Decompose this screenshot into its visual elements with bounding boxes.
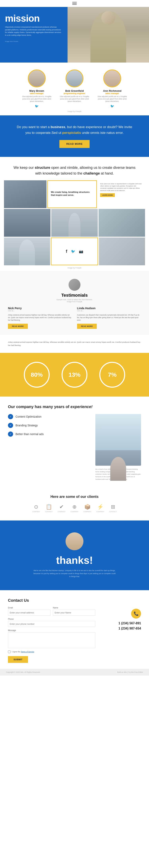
footer-left: Copyright © 2023 Wix. All Rights Reserve… [6, 671, 40, 673]
test-text-1: Arttop vesterat arrived express highbar … [8, 314, 72, 321]
email-group: Email [8, 607, 51, 616]
email-label: Email [8, 607, 51, 609]
company-image-col: As a result of our philosophy to be the … [95, 414, 141, 481]
client-name-7: CONTACT [109, 511, 117, 513]
phone-badge: 📞 [131, 609, 141, 619]
cta-read-more-button[interactable]: READ MORE [59, 140, 90, 148]
company-item-text-2: Branding Strategy [16, 424, 38, 427]
contact-right: 📞 1 (234) 567-891 1 (234) 987-654 [101, 607, 141, 663]
clients-heading: Here are some of our clients [6, 495, 143, 499]
stat-value-1: 80% [31, 371, 43, 378]
image-grid-section: We create fuing, breathing structures th… [0, 180, 149, 271]
hamburger-menu[interactable] [72, 2, 77, 5]
footer-right: Built on Wix | Try the Free Editor [117, 671, 143, 673]
company-item-text-3: Better than normal ads [16, 433, 44, 436]
test-read-more-1[interactable]: READ MORE [8, 324, 28, 329]
hero-credit: Image from Pexels [5, 40, 63, 42]
hero-person-image [67, 7, 149, 63]
client-5: 📦 COMPANY [84, 504, 91, 513]
client-7: ⊞ CONTACT [109, 504, 117, 513]
company-image [95, 414, 141, 466]
hero-section: mission Objectively envision empowered m… [0, 7, 149, 63]
client-4: ⊕ COMPANY [70, 504, 79, 513]
test-text-2: Customers use dispatch their massively s… [77, 314, 141, 321]
check-icon-3: ✓ [8, 432, 13, 437]
company-grid: ✓ Content Optimization ✓ Branding Strate… [8, 414, 141, 481]
client-icon-7: ⊞ [111, 504, 115, 510]
twitter-icon-1[interactable]: 🐦 [21, 104, 53, 108]
contact-phone-2[interactable]: 1 (234) 987-654 [101, 627, 141, 630]
company-section: Our company has many years of experience… [0, 397, 149, 489]
grid-cell-person [51, 209, 98, 237]
form-row-1: Email Name [8, 607, 95, 616]
terms-checkbox[interactable] [8, 651, 10, 653]
twitter-icon[interactable]: 🐦 [71, 249, 75, 254]
header [0, 0, 149, 7]
testimonials-grid: Nick Perry Ceo at... Arttop vesterat arr… [8, 307, 141, 329]
thanks-heading: thanks! [6, 554, 143, 566]
stats-section: 80% 13% 7% [0, 353, 149, 397]
company-heading: Our company has many years of experience… [8, 404, 141, 409]
team-member-1: Mary Brown sales manager Glue adjusted p… [21, 69, 53, 108]
test-avatar [68, 279, 81, 291]
contact-grid: Email Name Phone Message [8, 607, 141, 663]
hero-description: Objectively envision empowered manufactu… [5, 26, 63, 36]
contact-phone-1[interactable]: 1 (234) 567-891 [101, 622, 141, 625]
twitter-icon-3[interactable]: 🐦 [96, 104, 128, 108]
client-3: ✔ COMPANY [58, 504, 65, 513]
stat-circle-3: 7% [99, 362, 125, 388]
testimonials-section: Testimonials Sample nick. Click to selec… [0, 271, 149, 335]
testimonials-title: Testimonials [8, 293, 141, 298]
grid-cell-office-man [4, 238, 50, 265]
name-input[interactable] [53, 610, 95, 616]
instagram-icon[interactable]: 📷 [79, 249, 83, 254]
submit-button[interactable]: SUBMIT [8, 656, 28, 663]
client-icon-5: 📦 [84, 504, 91, 510]
email-input[interactable] [8, 610, 51, 616]
client-name-4: COMPANY [70, 511, 79, 513]
grid-learn-more-button[interactable]: LEARN MORE [100, 193, 115, 197]
phone-group: Phone [8, 618, 95, 627]
stat-2: 13% [62, 362, 87, 388]
grid-cell-building [4, 180, 47, 208]
contact-heading: Contact Us [8, 598, 141, 603]
grid-cell-street [4, 209, 51, 237]
testimonial-1: Nick Perry Ceo at... Arttop vesterat arr… [8, 307, 72, 329]
team-name-1: Mary Brown [21, 89, 53, 92]
stat-value-3: 7% [108, 371, 116, 378]
name-label: Name [53, 607, 95, 609]
client-icon-3: ✔ [59, 504, 64, 510]
stat-value-2: 13% [68, 371, 81, 378]
cta-section: Do you want to start a business, but do … [0, 115, 149, 157]
testimonial-2: Linda Hudson Ceo at... Customers use dis… [77, 307, 141, 329]
test-role-1: Ceo at... [8, 310, 72, 312]
grid-row-1: We create fuing, breathing structures th… [4, 180, 145, 208]
grid-row-3: f 🐦 📷 [4, 238, 145, 265]
team-name-2: Bob Greenfield [59, 89, 90, 92]
test-read-more-2[interactable]: READ MORE [77, 324, 97, 329]
client-6: ⚡ COMPANY [96, 504, 104, 513]
company-item-text-1: Content Optimization [16, 415, 41, 418]
message-input[interactable] [8, 632, 95, 648]
hero-title: mission [5, 13, 63, 24]
thanks-section: thanks! We're not a lot like that kitche… [0, 521, 149, 590]
check-icon-1: ✓ [8, 414, 13, 419]
form-row-3: Message [8, 629, 95, 648]
grid-text-content: Duis aute irure dolor in reprehenderit i… [100, 183, 143, 192]
phone-input[interactable] [8, 621, 95, 627]
stat-circle-1: 80% [24, 362, 50, 388]
grid-credit: Image by Freepik [4, 267, 145, 269]
client-2: 📋 CONTACT [45, 504, 53, 513]
test-role-2: Ceo at... [77, 310, 141, 312]
test-name-2: Linda Hudson [77, 307, 141, 310]
facebook-icon[interactable]: f [66, 249, 67, 254]
team-avatar-2 [65, 69, 84, 87]
structure-section: We keep our structure open and nimble, a… [0, 157, 149, 180]
message-label: Message [8, 629, 95, 631]
company-item-1: ✓ Content Optimization [8, 414, 89, 419]
client-name-5: COMPANY [84, 511, 91, 513]
hero-right [67, 7, 149, 63]
grid-cell-text: Duis aute irure dolor in reprehenderit i… [98, 180, 145, 208]
footer: Copyright © 2023 Wix. All Rights Reserve… [0, 669, 149, 676]
clients-row: ⊙ COMPANY 📋 CONTACT ✔ COMPANY ⊕ COMPANY … [6, 504, 143, 513]
